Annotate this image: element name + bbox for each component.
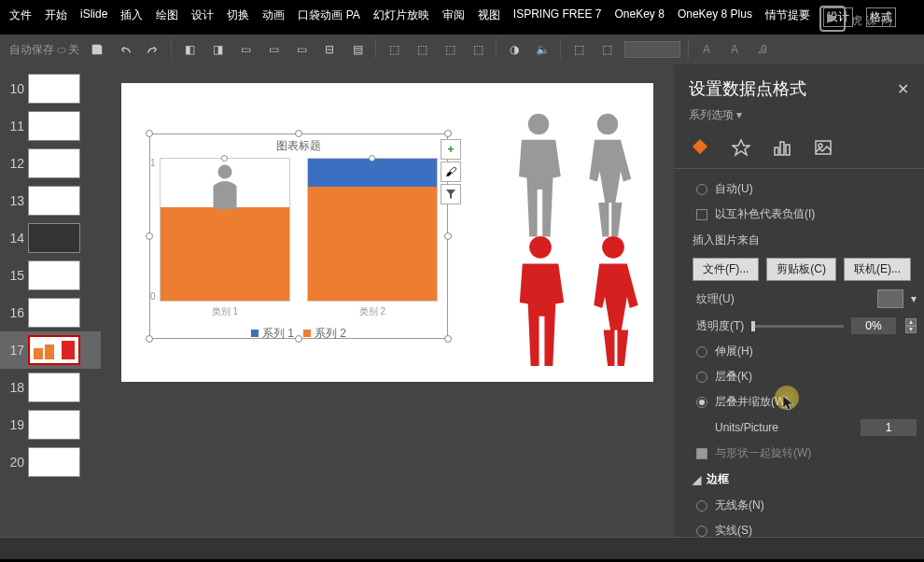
checkbox-icon[interactable] <box>696 209 707 220</box>
thumb-20[interactable]: 20 <box>0 443 101 481</box>
font-tool-icon[interactable]: A <box>724 39 745 60</box>
tab-series-icon[interactable] <box>771 136 793 159</box>
resize-handle[interactable] <box>444 130 452 137</box>
chart-object[interactable]: 图表标题 类别 1 类别 2 <box>149 133 448 339</box>
thumb-12[interactable]: 12 <box>0 145 101 182</box>
rotate-with-shape[interactable]: 与形状一起旋转(W) <box>693 441 920 466</box>
option-solid[interactable]: 实线(S) <box>693 518 920 537</box>
chart-legend[interactable]: 系列 1 系列 2 <box>150 318 447 349</box>
bar-category-2[interactable] <box>307 158 438 302</box>
man-silhouette-icon[interactable] <box>506 232 575 372</box>
spin-down-icon[interactable]: ▾ <box>905 326 917 333</box>
menu-slideshow[interactable]: 幻灯片放映 <box>373 7 429 27</box>
file-button[interactable]: 文件(F)... <box>693 258 759 281</box>
radio-icon[interactable] <box>696 346 707 358</box>
option-stack-scale[interactable]: 层叠并缩放(W) <box>693 389 920 414</box>
option-stack[interactable]: 层叠(K) <box>693 364 920 389</box>
menu-review[interactable]: 审阅 <box>442 7 465 27</box>
option-stretch[interactable]: 伸展(H) <box>693 339 920 364</box>
resize-handle[interactable] <box>444 335 452 343</box>
tool-icon[interactable]: ◨ <box>207 39 228 60</box>
tool-icon[interactable]: ▭ <box>235 39 256 60</box>
color-selector[interactable] <box>624 41 680 58</box>
menu-islide[interactable]: iSlide <box>80 7 107 27</box>
online-button[interactable]: 联机(E)... <box>844 258 911 281</box>
transparency-slider[interactable] <box>751 325 844 328</box>
legend-item[interactable]: 系列 1 <box>251 326 294 342</box>
undo-icon[interactable] <box>115 39 135 60</box>
thumb-13[interactable]: 13 <box>0 182 101 219</box>
woman-silhouette-icon[interactable] <box>575 111 640 242</box>
menu-onekey8plus[interactable]: OneKey 8 Plus <box>678 7 752 27</box>
thumbnails-panel[interactable]: 10 11 12 13 14 15 16 17 18 19 20 <box>0 64 101 537</box>
radio-icon[interactable] <box>696 372 707 383</box>
woman-silhouette-icon[interactable] <box>579 232 648 372</box>
texture-row[interactable]: 纹理(U)▾ <box>693 285 920 313</box>
thumb-18[interactable]: 18 <box>0 369 101 406</box>
font-tool-icon[interactable]: A <box>696 39 717 60</box>
chart-plot[interactable] <box>150 158 447 302</box>
resize-handle[interactable] <box>295 130 302 137</box>
thumb-11[interactable]: 11 <box>0 107 101 145</box>
menu-view[interactable]: 视图 <box>478 7 500 27</box>
series-options-dropdown[interactable]: 系列选项 ▾ <box>674 104 924 127</box>
tool-icon[interactable]: ▤ <box>347 39 368 60</box>
resize-handle[interactable] <box>295 335 302 343</box>
thumb-14[interactable]: 14 <box>0 219 101 257</box>
tab-picture-icon[interactable] <box>812 136 834 159</box>
sound-icon[interactable]: 🔈 <box>532 39 553 60</box>
tool-icon[interactable]: ◑ <box>504 39 525 60</box>
clipboard-button[interactable]: 剪贴板(C) <box>766 258 836 281</box>
bar-series1[interactable] <box>308 159 437 187</box>
bar-series2[interactable] <box>161 207 289 301</box>
chevron-down-icon[interactable]: ▾ <box>911 292 917 305</box>
tool-icon[interactable]: ▭ <box>263 39 284 60</box>
radio-icon[interactable] <box>696 184 707 195</box>
menu-storyboard[interactable]: 情节提要 <box>765 7 810 27</box>
font-tool-icon[interactable]: Ꭿ <box>752 39 773 60</box>
tool-icon[interactable]: ⬚ <box>468 39 488 60</box>
menu-onekey8[interactable]: OneKey 8 <box>615 7 665 27</box>
menu-file[interactable]: 文件 <box>9 7 32 27</box>
menu-ispring[interactable]: ISPRING FREE 7 <box>513 7 602 27</box>
menu-draw[interactable]: 绘图 <box>156 7 178 27</box>
chart-title[interactable]: 图表标题 <box>150 134 447 158</box>
bar-category-1[interactable] <box>160 158 290 302</box>
radio-icon[interactable] <box>696 500 707 512</box>
close-pane-icon[interactable]: ✕ <box>897 80 909 98</box>
thumb-15[interactable]: 15 <box>0 257 101 294</box>
radio-icon[interactable] <box>696 397 707 408</box>
thumb-17[interactable]: 17 <box>0 331 101 369</box>
format-options[interactable]: 自动(U) 以互补色代表负值(I) 插入图片来自 文件(F)... 剪贴板(C)… <box>674 169 924 537</box>
tab-effects-icon[interactable] <box>730 136 752 159</box>
menu-transition[interactable]: 切换 <box>227 7 249 27</box>
save-icon[interactable] <box>87 39 107 60</box>
thumb-19[interactable]: 19 <box>0 406 101 443</box>
redo-icon[interactable] <box>143 39 163 60</box>
units-input[interactable] <box>861 419 917 436</box>
menu-pocket[interactable]: 口袋动画 PA <box>298 7 359 27</box>
slide[interactable]: 图表标题 类别 1 类别 2 <box>121 83 653 382</box>
slide-canvas-area[interactable]: 图表标题 类别 1 类别 2 <box>101 64 674 537</box>
tab-fill-icon[interactable] <box>689 136 711 159</box>
collapse-icon[interactable]: ◢ <box>693 473 701 486</box>
tool-icon[interactable]: ⬚ <box>412 39 432 60</box>
texture-picker-icon[interactable] <box>877 289 903 308</box>
radio-icon[interactable] <box>696 526 707 537</box>
resize-handle[interactable] <box>146 335 153 343</box>
bar-series2[interactable] <box>308 187 437 301</box>
man-silhouette-icon[interactable] <box>506 111 571 242</box>
option-auto[interactable]: 自动(U) <box>693 176 920 202</box>
tool-icon[interactable]: ⬚ <box>568 39 589 60</box>
resize-handle[interactable] <box>369 155 375 162</box>
tool-icon[interactable]: ⬚ <box>440 39 460 60</box>
menu-home[interactable]: 开始 <box>45 7 67 27</box>
chart-filter-icon[interactable] <box>441 184 461 204</box>
chart-styles-icon[interactable]: 🖌 <box>441 162 461 182</box>
resize-handle[interactable] <box>146 130 153 137</box>
tool-icon[interactable]: ⬚ <box>596 39 617 60</box>
border-section-header[interactable]: ◢边框 <box>693 466 920 493</box>
transparency-row[interactable]: 透明度(T) 0% ▴▾ <box>693 313 920 339</box>
thumb-16[interactable]: 16 <box>0 294 101 331</box>
menu-insert[interactable]: 插入 <box>120 7 143 27</box>
